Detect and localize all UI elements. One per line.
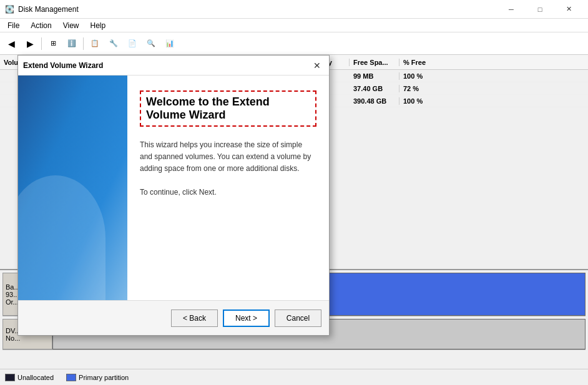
app-close-button[interactable]: ✕ bbox=[554, 0, 583, 19]
wizard-title-label: Extend Volume Wizard bbox=[23, 61, 103, 70]
legend-primary-label: Primary partition bbox=[79, 374, 129, 381]
menu-action[interactable]: Action bbox=[26, 20, 56, 31]
wizard-hint: To continue, click Next. bbox=[140, 188, 316, 197]
toolbar-sep1 bbox=[41, 37, 42, 50]
menu-help[interactable]: Help bbox=[86, 20, 111, 31]
toolbar-btn1[interactable]: ⊞ bbox=[44, 35, 62, 52]
title-bar: 💽 Disk Management ─ □ ✕ bbox=[0, 0, 588, 19]
wizard-dialog: Extend Volume Wizard ✕ Welcome to the Ex… bbox=[17, 55, 330, 336]
legend-unallocated: Unallocated bbox=[5, 374, 54, 381]
cell-freepct-2: 72 % bbox=[399, 85, 437, 92]
menu-file[interactable]: File bbox=[2, 20, 24, 31]
cell-freepct-1: 100 % bbox=[399, 72, 437, 80]
legend-primary: Primary partition bbox=[66, 374, 129, 381]
title-bar-controls: ─ □ ✕ bbox=[497, 0, 583, 19]
app-icon: 💽 bbox=[5, 5, 14, 14]
col-header-freepct: % Free bbox=[399, 59, 437, 66]
toolbar-back[interactable]: ◀ bbox=[2, 35, 20, 52]
wizard-body: Welcome to the Extend Volume Wizard This… bbox=[18, 76, 329, 300]
cell-freepct-3: 100 % bbox=[399, 97, 437, 105]
toolbar-btn4[interactable]: 🔧 bbox=[105, 35, 122, 52]
toolbar-btn6[interactable]: 🔍 bbox=[142, 35, 160, 52]
wizard-sidebar-blob bbox=[18, 175, 105, 300]
cell-freespace-3: 390.48 GB bbox=[350, 97, 399, 105]
wizard-description: This wizard helps you increase the size … bbox=[140, 139, 316, 175]
toolbar-btn2[interactable]: ℹ️ bbox=[63, 35, 81, 52]
wizard-close-button[interactable]: ✕ bbox=[310, 59, 324, 72]
status-bar: Unallocated Primary partition bbox=[0, 369, 588, 385]
wizard-heading: Welcome to the Extend Volume Wizard bbox=[140, 90, 316, 127]
toolbar-sep2 bbox=[83, 37, 84, 50]
wizard-back-button[interactable]: < Back bbox=[171, 309, 218, 327]
toolbar-btn5[interactable]: 📄 bbox=[124, 35, 141, 52]
toolbar-btn3[interactable]: 📋 bbox=[86, 35, 104, 52]
wizard-footer: < Back Next > Cancel bbox=[18, 300, 329, 335]
app-title: Disk Management bbox=[18, 5, 79, 14]
wizard-title-bar: Extend Volume Wizard ✕ bbox=[18, 56, 329, 76]
wizard-sidebar bbox=[18, 76, 127, 300]
wizard-content: Welcome to the Extend Volume Wizard This… bbox=[127, 76, 329, 300]
cell-freespace-2: 37.40 GB bbox=[350, 85, 399, 92]
legend-primary-box bbox=[66, 374, 76, 381]
toolbar-btn7[interactable]: 📊 bbox=[161, 35, 179, 52]
title-bar-left: 💽 Disk Management bbox=[5, 5, 79, 14]
wizard-cancel-button[interactable]: Cancel bbox=[275, 309, 321, 327]
legend-unallocated-box bbox=[5, 374, 15, 381]
menu-bar: File Action View Help bbox=[0, 19, 588, 32]
wizard-next-button[interactable]: Next > bbox=[223, 309, 270, 327]
col-header-freespace: Free Spa... bbox=[350, 59, 399, 66]
toolbar: ◀ ▶ ⊞ ℹ️ 📋 🔧 📄 🔍 📊 bbox=[0, 32, 588, 55]
toolbar-forward[interactable]: ▶ bbox=[21, 35, 39, 52]
legend-unallocated-label: Unallocated bbox=[17, 374, 54, 381]
cell-freespace-1: 99 MB bbox=[350, 72, 399, 80]
menu-view[interactable]: View bbox=[58, 20, 84, 31]
maximize-button[interactable]: □ bbox=[526, 0, 554, 19]
minimize-button[interactable]: ─ bbox=[497, 0, 526, 19]
